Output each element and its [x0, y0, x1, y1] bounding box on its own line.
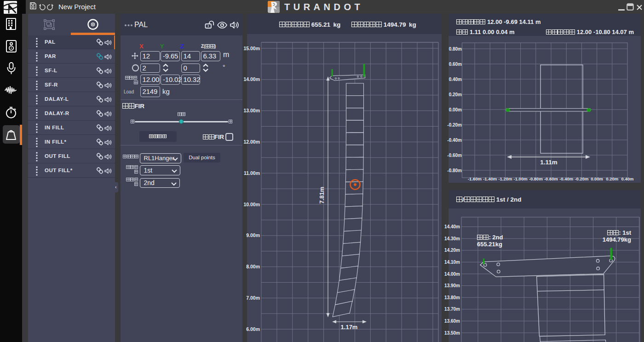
svg-text:0.40m: 0.40m [449, 77, 462, 82]
svg-text:13.00m: 13.00m [243, 108, 260, 113]
svg-text:13.60m: 13.60m [444, 319, 460, 324]
svg-text:14.20m: 14.20m [444, 248, 460, 253]
svg-text:6.00m: 6.00m [246, 326, 260, 332]
svg-text:12.00m: 12.00m [243, 139, 260, 145]
svg-text:11.00m: 11.00m [244, 170, 260, 176]
svg-text:13.70m: 13.70m [444, 307, 460, 312]
svg-text:-1.60m: -1.60m [468, 176, 482, 181]
svg-text:-0.20m: -0.20m [575, 176, 588, 181]
svg-text:7.00m: 7.00m [246, 295, 260, 301]
svg-text:-1.40m: -1.40m [483, 176, 497, 181]
svg-text:0.60m: 0.60m [449, 62, 462, 67]
svg-text:0.80m: 0.80m [449, 46, 462, 52]
svg-text:9.00m: 9.00m [246, 232, 260, 238]
svg-text:13.50m: 13.50m [444, 330, 460, 336]
svg-text:8.00m: 8.00m [246, 264, 260, 269]
svg-text:15.00m: 15.00m [243, 46, 260, 51]
svg-text:-1.00m: -1.00m [514, 176, 528, 181]
svg-text:14.00m: 14.00m [243, 76, 260, 82]
svg-text:7.81m: 7.81m [318, 187, 325, 204]
svg-text:-0.40m: -0.40m [559, 176, 573, 181]
svg-text:14.40m: 14.40m [444, 224, 460, 229]
svg-text:0.40m: 0.40m [621, 176, 634, 181]
svg-text:-0.60m: -0.60m [447, 153, 462, 158]
svg-text:-0.60m: -0.60m [544, 176, 558, 181]
svg-text:-0.40m: -0.40m [447, 138, 462, 143]
svg-text:14.30m: 14.30m [444, 236, 460, 241]
svg-text:-0.20m: -0.20m [447, 122, 462, 128]
svg-text:0.20m: 0.20m [449, 92, 462, 97]
svg-text:1.11m: 1.11m [540, 159, 558, 166]
svg-text:-0.80m: -0.80m [529, 176, 543, 181]
svg-text:-0.80m: -0.80m [447, 168, 462, 173]
svg-text:14.00m: 14.00m [444, 272, 460, 277]
svg-text:13.90m: 13.90m [444, 283, 460, 288]
svg-text:0.20m: 0.20m [606, 176, 618, 181]
svg-text:-1.20m: -1.20m [498, 176, 512, 181]
svg-text:14.10m: 14.10m [444, 260, 460, 265]
svg-text:10.00m: 10.00m [243, 202, 260, 207]
svg-text:1.17m: 1.17m [341, 324, 358, 330]
svg-text:0.00m: 0.00m [591, 176, 603, 181]
svg-text:0.00m: 0.00m [449, 107, 462, 112]
svg-text:13.80m: 13.80m [444, 295, 460, 300]
